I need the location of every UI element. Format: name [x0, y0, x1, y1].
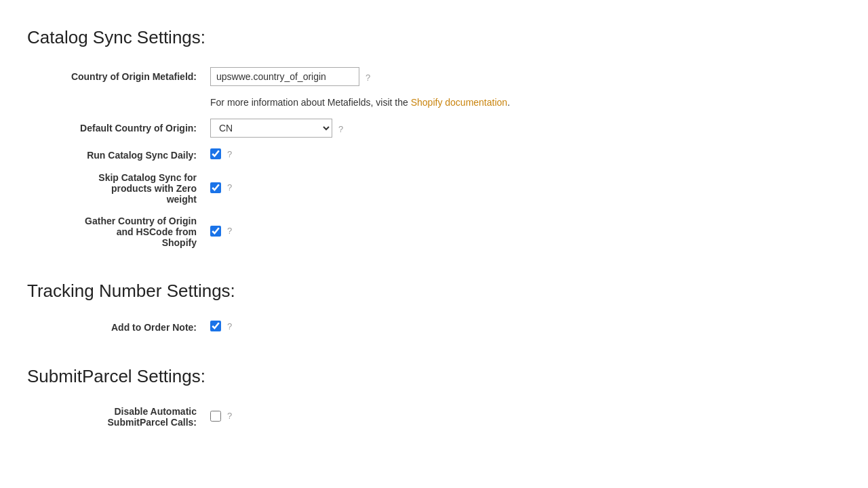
skip-catalog-sync-zero-weight-value-cell: ?: [203, 167, 841, 210]
disable-automatic-submitparcel-row: Disable AutomaticSubmitParcel Calls: ?: [27, 401, 841, 433]
skip-catalog-sync-zero-weight-checkbox[interactable]: [210, 182, 221, 193]
skip-catalog-sync-zero-weight-checkbox-wrap: ?: [210, 182, 232, 193]
gather-country-origin-hscode-checkbox[interactable]: [210, 226, 221, 237]
disable-automatic-submitparcel-help-icon: ?: [227, 411, 232, 421]
run-catalog-sync-daily-label: Run Catalog Sync Daily:: [27, 143, 203, 167]
add-to-order-note-label: Add to Order Note:: [27, 315, 203, 339]
gather-country-origin-hscode-help-icon: ?: [227, 226, 232, 236]
metafield-info-prefix: For more information about Metafields, v…: [210, 97, 411, 108]
country-of-origin-metafield-value-cell: ?: [203, 62, 841, 92]
metafield-info-text: For more information about Metafields, v…: [203, 92, 841, 113]
country-of-origin-metafield-row: Country of Origin Metafield: ?: [27, 62, 841, 92]
metafield-info-suffix: .: [507, 97, 510, 108]
default-country-of-origin-select[interactable]: CN US DE GB FR JP KR IN AU CA: [210, 119, 332, 138]
default-country-of-origin-help-icon: ?: [338, 124, 343, 134]
run-catalog-sync-daily-value-cell: ?: [203, 143, 841, 167]
add-to-order-note-help-icon: ?: [227, 321, 232, 331]
disable-automatic-submitparcel-label: Disable AutomaticSubmitParcel Calls:: [27, 401, 203, 433]
submitparcel-table: Disable AutomaticSubmitParcel Calls: ?: [27, 401, 841, 433]
gather-country-origin-hscode-label: Gather Country of Originand HSCode fromS…: [27, 210, 203, 253]
run-catalog-sync-daily-checkbox-wrap: ?: [210, 148, 232, 159]
gather-country-origin-hscode-value-cell: ?: [203, 210, 841, 253]
country-of-origin-metafield-input[interactable]: [210, 67, 359, 86]
metafield-info-row: For more information about Metafields, v…: [27, 92, 841, 113]
add-to-order-note-checkbox[interactable]: [210, 321, 221, 331]
tracking-number-table: Add to Order Note: ?: [27, 315, 841, 339]
skip-catalog-sync-zero-weight-label: Skip Catalog Sync forproducts with Zerow…: [27, 167, 203, 210]
gather-country-origin-hscode-checkbox-wrap: ?: [210, 226, 232, 237]
country-of-origin-metafield-help-icon: ?: [366, 73, 370, 83]
disable-automatic-submitparcel-value-cell: ?: [203, 401, 841, 433]
disable-automatic-submitparcel-checkbox-wrap: ?: [210, 411, 232, 422]
skip-catalog-sync-zero-weight-row: Skip Catalog Sync forproducts with Zerow…: [27, 167, 841, 210]
default-country-of-origin-row: Default Country of Origin: CN US DE GB F…: [27, 113, 841, 143]
skip-catalog-sync-zero-weight-help-icon: ?: [227, 182, 232, 192]
catalog-sync-table: Country of Origin Metafield: ? For more …: [27, 62, 841, 253]
catalog-sync-title: Catalog Sync Settings:: [27, 27, 841, 48]
run-catalog-sync-daily-help-icon: ?: [227, 149, 232, 159]
add-to-order-note-row: Add to Order Note: ?: [27, 315, 841, 339]
disable-automatic-submitparcel-checkbox[interactable]: [210, 411, 221, 422]
run-catalog-sync-daily-row: Run Catalog Sync Daily: ?: [27, 143, 841, 167]
country-of-origin-metafield-label: Country of Origin Metafield:: [27, 62, 203, 92]
gather-country-origin-hscode-row: Gather Country of Originand HSCode fromS…: [27, 210, 841, 253]
run-catalog-sync-daily-checkbox[interactable]: [210, 148, 221, 159]
add-to-order-note-checkbox-wrap: ?: [210, 321, 232, 331]
tracking-number-title: Tracking Number Settings:: [27, 281, 841, 302]
submitparcel-title: SubmitParcel Settings:: [27, 366, 841, 387]
add-to-order-note-value-cell: ?: [203, 315, 841, 339]
shopify-documentation-link[interactable]: Shopify documentation: [411, 97, 507, 108]
default-country-of-origin-label: Default Country of Origin:: [27, 113, 203, 143]
default-country-of-origin-value-cell: CN US DE GB FR JP KR IN AU CA ?: [203, 113, 841, 143]
